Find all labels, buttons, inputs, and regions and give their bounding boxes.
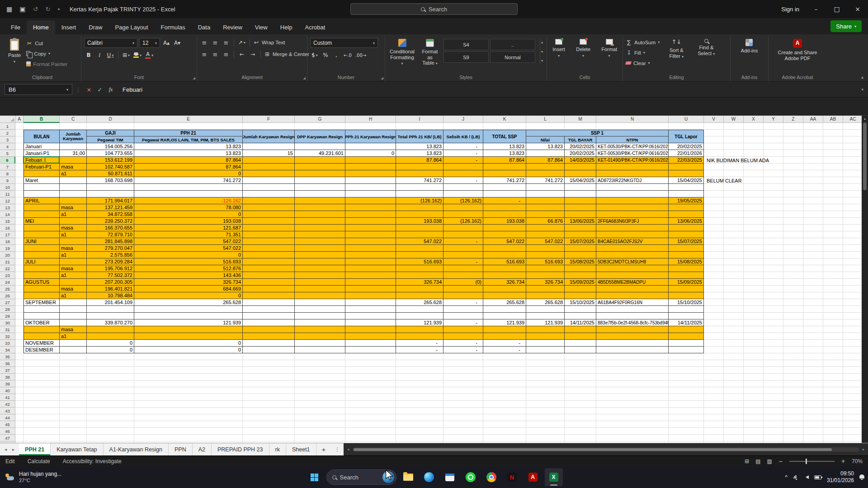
weather-widget[interactable]: Hari hujan yang... 27°C xyxy=(5,471,61,483)
clear-button[interactable]: Clear▾ xyxy=(626,59,660,67)
cell-C23[interactable]: a1 xyxy=(60,272,87,279)
cell-K14[interactable] xyxy=(483,211,526,218)
cell-B12[interactable]: APRIL xyxy=(24,197,60,204)
column-header-H[interactable]: H xyxy=(345,116,396,123)
cell-D19[interactable]: 279.270.047 xyxy=(87,245,134,252)
select-all-corner[interactable] xyxy=(0,116,15,123)
cell-I5[interactable]: 13.823 xyxy=(396,150,443,157)
sheet-tab-a1-karyawan-resign[interactable]: A1-Karyawan Resign xyxy=(104,443,169,455)
cell-U32[interactable] xyxy=(669,333,704,340)
normal-view-icon[interactable]: ⊞ xyxy=(745,458,749,465)
column-header-AC[interactable]: AC xyxy=(843,116,862,123)
cell-K24[interactable]: 326.734 xyxy=(483,279,526,286)
cell-G11[interactable] xyxy=(295,191,345,197)
cell-I21[interactable]: 516.693 xyxy=(396,258,443,265)
cell-H13[interactable] xyxy=(345,204,396,211)
cell-M33[interactable] xyxy=(565,340,596,347)
cell-U5[interactable]: 22/01/2026 xyxy=(669,150,704,157)
cell-E26[interactable]: 0 xyxy=(134,292,243,299)
copy-button[interactable]: Copy▾ xyxy=(26,49,67,58)
row-header-27[interactable]: 27 xyxy=(0,299,15,306)
cell-D33[interactable]: 0 xyxy=(87,340,134,347)
row-header-3[interactable]: 3 xyxy=(0,136,15,143)
cell-E10[interactable] xyxy=(134,184,243,191)
taskbar-store[interactable] xyxy=(441,468,459,486)
number-format-select[interactable]: Custom▾ xyxy=(310,38,378,48)
cell-L13[interactable] xyxy=(526,204,565,211)
cell-F11[interactable] xyxy=(243,191,295,197)
cell-M9[interactable]: 15/04/2025 xyxy=(565,177,596,184)
row-header-29[interactable]: 29 xyxy=(0,313,15,319)
cell-H20[interactable] xyxy=(345,252,396,258)
cell-N21[interactable]: 5DB3C2MDTCLMSUH8 xyxy=(596,258,669,265)
notification-bell-icon[interactable] xyxy=(859,474,864,480)
cell-I25[interactable] xyxy=(396,286,443,292)
cell-J10[interactable] xyxy=(443,184,483,191)
row-header-25[interactable]: 25 xyxy=(0,286,15,292)
header-cell-total_ssp[interactable]: TOTAL SSP xyxy=(483,130,526,143)
cell-style-item[interactable]: S9 xyxy=(443,52,489,63)
cell-M4[interactable]: 20/02/2025 xyxy=(565,143,596,150)
cell-U10[interactable] xyxy=(669,184,704,191)
row-header-11[interactable]: 11 xyxy=(0,191,15,197)
cell-I33[interactable]: - xyxy=(396,340,443,347)
row-header-1[interactable]: 1 xyxy=(0,123,15,130)
row-header-4[interactable]: 4 xyxy=(0,143,15,150)
cell-M30[interactable]: 14/11/2025 xyxy=(565,319,596,326)
tab-splitter[interactable]: ⋮ xyxy=(331,443,344,455)
cell-U12[interactable]: 19/05/2025 xyxy=(669,197,704,204)
cell-N25[interactable] xyxy=(596,286,669,292)
column-header-E[interactable]: E xyxy=(134,116,243,123)
taskbar-edge[interactable] xyxy=(420,468,438,486)
row-header-40[interactable]: 40 xyxy=(0,387,15,394)
zoom-slider-thumb[interactable] xyxy=(806,459,807,464)
cell-E14[interactable]: 0 xyxy=(134,211,243,218)
cell-L17[interactable] xyxy=(526,231,565,238)
cell-I8[interactable] xyxy=(396,170,443,177)
cell-G23[interactable] xyxy=(295,272,345,279)
cell-H19[interactable] xyxy=(345,245,396,252)
cell-G30[interactable] xyxy=(295,319,345,326)
cell-D28[interactable] xyxy=(87,306,134,313)
row-header-42[interactable]: 42 xyxy=(0,401,15,408)
cut-button[interactable]: ✂Cut xyxy=(26,39,67,47)
cell-C17[interactable]: a1 xyxy=(60,231,87,238)
cell-H24[interactable] xyxy=(345,279,396,286)
cell-J27[interactable]: - xyxy=(443,299,483,306)
cell-L18[interactable]: 547.022 xyxy=(526,238,565,245)
cell-L8[interactable] xyxy=(526,170,565,177)
cell-F25[interactable] xyxy=(243,286,295,292)
cell-N15[interactable]: 2FF6A683N6I3P3FJ xyxy=(596,218,669,225)
cell-C18[interactable] xyxy=(60,238,87,245)
cell-K7[interactable] xyxy=(483,164,526,170)
cell-M26[interactable] xyxy=(565,292,596,299)
cell-C31[interactable]: masa xyxy=(60,326,87,333)
column-header-C[interactable]: C xyxy=(60,116,87,123)
cell-E15[interactable]: 193.038 xyxy=(134,218,243,225)
column-header-J[interactable]: J xyxy=(443,116,483,123)
cell-C15[interactable] xyxy=(60,218,87,225)
cell-D32[interactable] xyxy=(87,333,134,340)
cell-J5[interactable]: - xyxy=(443,150,483,157)
cell-E19[interactable]: 547.022 xyxy=(134,245,243,252)
insert-cells-button[interactable]: Insert ▾ xyxy=(550,37,568,60)
cell-L30[interactable]: 121.939 xyxy=(526,319,565,326)
cell-L10[interactable] xyxy=(526,184,565,191)
percent-style-button[interactable]: % xyxy=(321,51,330,60)
align-bottom-button[interactable]: ≡ xyxy=(222,38,231,47)
decrease-indent-button[interactable]: ← xyxy=(237,50,246,59)
cell-J4[interactable]: - xyxy=(443,143,483,150)
align-middle-button[interactable]: ≡ xyxy=(211,38,220,47)
cell-F13[interactable] xyxy=(243,204,295,211)
page-layout-view-icon[interactable]: ▤ xyxy=(755,458,760,465)
cell-K13[interactable] xyxy=(483,204,526,211)
cell-D14[interactable]: 34.872.558 xyxy=(87,211,134,218)
cell-I19[interactable] xyxy=(396,245,443,252)
create-pdf-button[interactable]: A Create and Share Adobe PDF xyxy=(774,37,821,63)
cell-J22[interactable] xyxy=(443,265,483,272)
cell-E30[interactable]: 121.939 xyxy=(134,319,243,326)
cell-U15[interactable]: 13/06/2025 xyxy=(669,218,704,225)
sheet-tab-pph-21[interactable]: PPH 21 xyxy=(19,443,51,455)
cell-M19[interactable] xyxy=(565,245,596,252)
cell-L28[interactable] xyxy=(526,306,565,313)
